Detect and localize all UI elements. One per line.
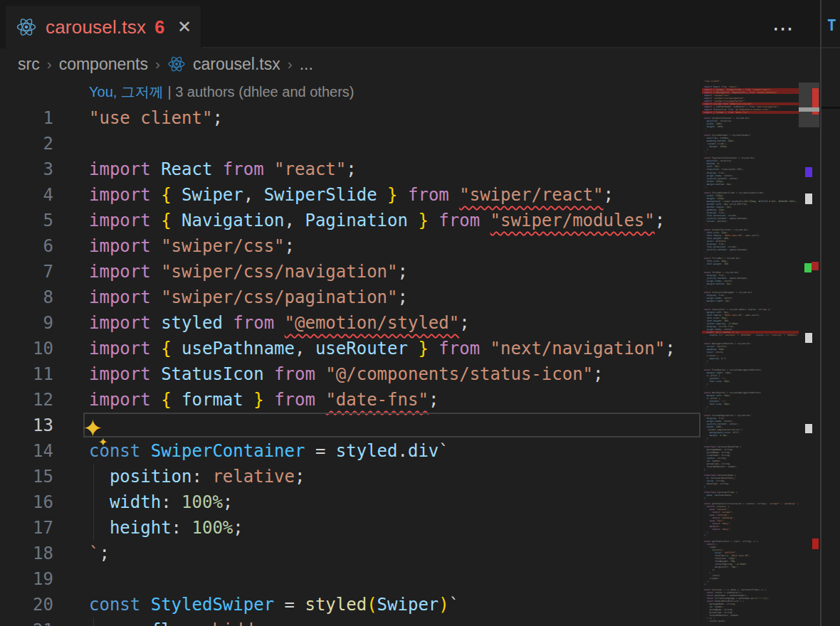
code-text: position: relative; [89,464,305,489]
code-text: height: 100%; [89,515,243,541]
code-line-9[interactable]: 9import styled from "@emotion/styled"; [0,310,701,336]
chevron-right-icon: › [155,55,160,73]
breadcrumb-file[interactable]: carousel.tsx [193,55,280,74]
line-number: 16 [0,489,89,515]
line-number: 19 [0,566,89,592]
ruler-white-mark-3 [805,424,812,433]
line-number: 15 [0,464,89,489]
line-number: 6 [0,233,89,259]
minimap-line: status === "success" ? "#597D00" : statu… [702,334,799,336]
breadcrumb-symbol-ellipsis[interactable]: ... [300,55,313,74]
code-text: import { format } from "date-fns"; [89,387,439,413]
breadcrumb: src › components › carousel.tsx › ... [0,48,820,80]
code-line-16[interactable]: 16 width: 100%; [0,489,701,515]
current-line-highlight [83,413,700,437]
breadcrumb-src[interactable]: src [18,55,40,74]
minimap[interactable]: "use client";import React from "react";i… [701,80,799,626]
code-line-6[interactable]: 6import "swiper/css"; [0,233,701,259]
code-line-1[interactable]: 1"use client"; [0,105,701,131]
code-text: const SwiperContainer = styled.div` [89,438,449,464]
line-number: 5 [0,208,89,233]
line-number: 12 [0,387,89,413]
ruler-red-mark-b [812,539,819,549]
line-number: 4 [0,182,89,208]
code-line-17[interactable]: 17 height: 100%; [0,515,701,541]
blame-authors-link[interactable]: You, 그저께 [89,84,164,100]
ruler-purple-mark [805,167,812,177]
code-line-11[interactable]: 11import StatusIcon from "@/components/s… [0,361,701,387]
code-text: import { Swiper, SwiperSlide } from "swi… [89,182,614,208]
chevron-right-icon: › [47,55,52,73]
ruler-red-mark-a [812,262,819,270]
code-line-19[interactable]: 19 [0,566,701,592]
minimap-line: router.push( [702,620,799,622]
adjacent-editor-strip [821,0,840,626]
line-number: 11 [0,361,89,387]
code-line-3[interactable]: 3import React from "react"; [0,156,701,182]
code-line-4[interactable]: 4import { Swiper, SwiperSlide } from "sw… [0,182,701,208]
code-line-2[interactable]: 2 [0,131,701,156]
tab-error-badge: 6 [154,17,164,38]
gitlens-blame-codelens: You, 그저께 | 3 authors (dhlee and others) [89,83,354,102]
code-line-13[interactable]: 13 [0,413,701,438]
chevron-right-icon: › [288,55,293,73]
ruler-white-mark-1 [805,193,812,204]
code-text: import styled from "@emotion/styled"; [89,310,470,336]
ruler-green-mark [804,263,812,272]
tab-bar: carousel.tsx 6 ✕ ⋯ [0,0,840,48]
blame-authors-text: | 3 authors (dhlee and others) [164,84,355,100]
code-text: import StatusIcon from "@/components/sta… [89,361,604,387]
line-number: 14 [0,438,89,464]
code-text: import React from "react"; [89,156,357,182]
code-text: width: 100%; [89,489,233,515]
line-number: 21 [0,617,89,626]
code-editor[interactable]: You, 그저께 | 3 authors (dhlee and others) … [0,80,701,626]
adjacent-strip-shadow [821,107,840,109]
code-line-7[interactable]: 7import "swiper/css/navigation"; [0,259,701,285]
code-lines-container: 1"use client";23import React from "react… [0,105,701,626]
code-line-15[interactable]: 15 position: relative; [0,464,701,489]
code-line-18[interactable]: 18`; [0,541,701,566]
code-text: const StyledSwiper = styled(Swiper)` [89,592,459,617]
adjacent-tab-peek-text: T [827,17,836,34]
breadcrumb-components[interactable]: components [59,55,148,74]
code-text: import "swiper/css"; [89,233,295,259]
code-text: import { usePathname, useRouter } from "… [89,336,676,361]
code-text: import "swiper/css/navigation"; [89,259,408,285]
ruler-cursor-band [799,107,819,112]
line-number: 10 [0,336,89,361]
code-line-8[interactable]: 8import "swiper/css/pagination"; [0,285,701,310]
close-icon[interactable]: ✕ [177,17,191,37]
line-number: 3 [0,156,89,182]
vscode-window: carousel.tsx 6 ✕ ⋯ src › components › ca… [0,0,840,626]
react-icon [167,55,186,73]
code-text: import { Navigation, Pagination } from "… [89,208,665,233]
copilot-sparkle-icon-small: ✦ [98,435,107,449]
code-text: "use client"; [89,105,223,131]
react-icon [16,16,37,38]
line-number: 18 [0,541,89,566]
line-number: 20 [0,592,89,617]
code-line-12[interactable]: 12import { format } from "date-fns"; [0,387,701,413]
line-number: 2 [0,131,89,156]
line-number: 9 [0,310,89,336]
code-line-20[interactable]: 20const StyledSwiper = styled(Swiper)` [0,592,701,617]
line-number: 13 [0,413,89,438]
ruler-white-mark-2 [805,333,812,343]
line-number: 7 [0,259,89,285]
more-actions-icon[interactable]: ⋯ [772,16,795,41]
code-line-5[interactable]: 5import { Navigation, Pagination } from … [0,208,701,233]
code-text: import "swiper/css/pagination"; [89,285,408,310]
line-number: 17 [0,515,89,541]
code-text: overflow: hidden; [89,617,285,626]
line-number: 1 [0,105,89,131]
tab-title: carousel.tsx [46,16,146,38]
code-line-10[interactable]: 10import { usePathname, useRouter } from… [0,336,701,361]
tab-carousel-tsx[interactable]: carousel.tsx 6 ✕ [6,6,201,48]
code-text: `; [89,541,110,566]
code-line-21[interactable]: 21 overflow: hidden; [0,617,701,626]
indent-guide [93,617,94,626]
indent-guide [93,464,94,541]
line-number: 8 [0,285,89,310]
